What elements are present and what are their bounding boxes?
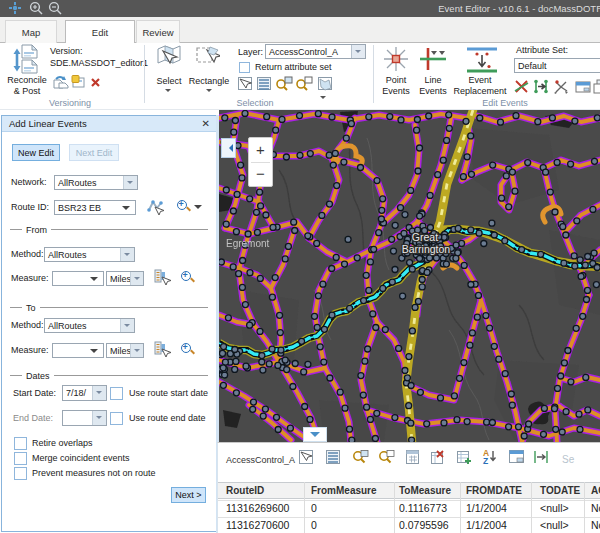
svg-text:Great: Great bbox=[412, 231, 438, 243]
svg-text:Se: Se bbox=[562, 454, 575, 465]
svg-text:Z: Z bbox=[483, 456, 488, 466]
svg-text:Barrington: Barrington bbox=[402, 243, 451, 255]
svg-text:Egremont: Egremont bbox=[226, 238, 270, 249]
